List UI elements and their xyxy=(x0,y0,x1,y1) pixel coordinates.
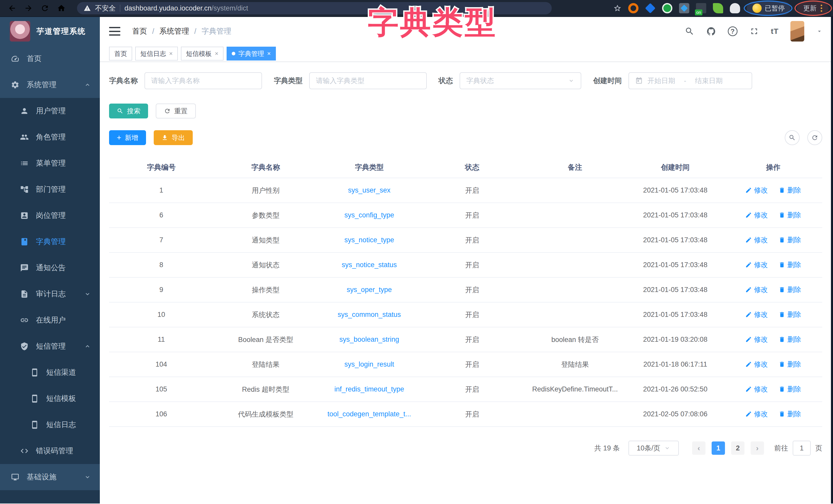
dict-type-link[interactable]: tool_codegen_template_t... xyxy=(328,410,411,418)
add-button[interactable]: + 新增 xyxy=(109,130,146,145)
fullscreen-icon[interactable] xyxy=(749,26,759,36)
sidebar-logo[interactable]: 芋道管理系统 xyxy=(0,17,100,46)
edit-link[interactable]: 修改 xyxy=(745,285,768,294)
edit-link[interactable]: 修改 xyxy=(745,310,768,319)
extension-icon-bars[interactable]: on xyxy=(696,3,706,13)
tab[interactable]: 首页 xyxy=(109,47,132,60)
breadcrumb-system[interactable]: 系统管理 xyxy=(159,26,189,36)
sidebar-item[interactable]: 首页 xyxy=(0,46,100,72)
dict-type-link[interactable]: sys_boolean_string xyxy=(339,335,399,343)
delete-link[interactable]: 删除 xyxy=(779,335,801,344)
sidebar-item[interactable]: 短信渠道 xyxy=(0,359,100,385)
delete-link[interactable]: 删除 xyxy=(779,185,801,195)
reset-button[interactable]: 重置 xyxy=(156,104,196,119)
dict-type-link[interactable]: inf_redis_timeout_type xyxy=(334,385,404,393)
dict-type-link[interactable]: sys_notice_status xyxy=(342,261,397,269)
sidebar-item[interactable]: 角色管理 xyxy=(0,124,100,150)
extension-icon-leaf[interactable] xyxy=(713,3,723,13)
sidebar-item[interactable]: 短信管理 xyxy=(0,333,100,359)
sidebar-item[interactable]: 用户管理 xyxy=(0,98,100,124)
dict-type-link[interactable]: sys_user_sex xyxy=(348,186,390,194)
page-size-select[interactable]: 10条/页 xyxy=(628,441,679,456)
github-icon[interactable] xyxy=(706,26,716,36)
sidebar-item[interactable]: 错误码管理 xyxy=(0,438,100,464)
home-icon[interactable] xyxy=(57,4,66,12)
dict-type-input[interactable] xyxy=(316,77,420,85)
tab[interactable]: 短信日志 × xyxy=(135,47,178,60)
edit-link[interactable]: 修改 xyxy=(745,409,768,419)
sidebar-item[interactable]: 在线用户 xyxy=(0,307,100,333)
address-bar[interactable]: 不安全 dashboard.yudao.iocoder.cn/system/di… xyxy=(77,2,552,14)
delete-link[interactable]: 删除 xyxy=(779,360,801,369)
edit-link[interactable]: 修改 xyxy=(745,384,768,394)
delete-link[interactable]: 删除 xyxy=(779,235,801,245)
edit-link[interactable]: 修改 xyxy=(745,210,768,220)
page-button-1[interactable]: 1 xyxy=(712,442,725,455)
dict-type-link[interactable]: sys_config_type xyxy=(344,211,394,219)
prev-page-button[interactable]: ‹ xyxy=(692,442,706,455)
sidebar-item[interactable]: 菜单管理 xyxy=(0,150,100,176)
next-page-button[interactable]: › xyxy=(751,442,764,455)
extension-icon-tag[interactable] xyxy=(679,3,689,13)
date-range-picker[interactable]: 开始日期 - 结束日期 xyxy=(628,72,752,89)
sidebar-item[interactable]: 短信日志 xyxy=(0,412,100,438)
show-search-toggle-button[interactable] xyxy=(785,130,800,145)
edit-link[interactable]: 修改 xyxy=(745,235,768,245)
extension-icon-gem[interactable] xyxy=(645,3,656,14)
dict-type-link[interactable]: sys_notice_type xyxy=(344,236,394,244)
search-icon[interactable] xyxy=(685,26,694,36)
table-row: 6 参数类型 sys_config_type 开启 2021-01-05 17:… xyxy=(109,203,822,228)
dict-name-input[interactable] xyxy=(151,77,255,85)
search-button[interactable]: 搜索 xyxy=(109,104,148,119)
delete-link[interactable]: 删除 xyxy=(779,409,801,419)
sidebar-item[interactable]: 基础设施 xyxy=(0,464,100,490)
tab[interactable]: 短信模板 × xyxy=(181,47,223,60)
paused-extension-badge[interactable]: 已暂停 xyxy=(747,2,790,15)
chevron-down-icon[interactable] xyxy=(816,28,823,34)
sidebar-item[interactable]: 短信模板 xyxy=(0,385,100,412)
forward-icon[interactable] xyxy=(24,4,33,12)
delete-link[interactable]: 删除 xyxy=(779,285,801,294)
status-select[interactable]: 字典状态 xyxy=(460,72,581,89)
sidebar-item[interactable]: 系统管理 xyxy=(0,72,100,98)
dict-type-link[interactable]: sys_common_status xyxy=(338,311,401,319)
collapse-sidebar-icon[interactable] xyxy=(109,27,120,35)
close-icon[interactable]: × xyxy=(169,50,173,57)
sidebar-item[interactable]: 审计日志 xyxy=(0,281,100,307)
delete-link[interactable]: 删除 xyxy=(779,384,801,394)
extension-icon-green[interactable] xyxy=(662,3,672,13)
font-size-icon[interactable]: tT xyxy=(771,27,779,35)
sidebar-item[interactable]: 岗位管理 xyxy=(0,203,100,229)
dict-type-link[interactable]: sys_login_result xyxy=(344,360,394,368)
goto-page-input[interactable] xyxy=(793,441,811,456)
dict-type-link[interactable]: sys_oper_type xyxy=(347,286,392,294)
close-icon[interactable]: × xyxy=(267,50,271,57)
edit-link[interactable]: 修改 xyxy=(745,260,768,270)
refresh-table-button[interactable] xyxy=(807,130,822,145)
export-button[interactable]: 导出 xyxy=(154,130,193,145)
delete-link[interactable]: 删除 xyxy=(779,310,801,319)
user-avatar[interactable] xyxy=(790,21,804,42)
breadcrumb-home[interactable]: 首页 xyxy=(132,26,147,36)
sidebar-item[interactable]: 字典管理 xyxy=(0,229,100,255)
delete-link[interactable]: 删除 xyxy=(779,260,801,270)
close-icon[interactable]: × xyxy=(215,50,218,57)
back-icon[interactable] xyxy=(8,4,17,12)
extensions-puzzle-icon[interactable] xyxy=(730,3,740,13)
help-icon[interactable]: ? xyxy=(728,26,738,36)
extension-icon-orange[interactable] xyxy=(628,3,639,13)
chrome-update-button[interactable]: 更新 xyxy=(797,2,828,15)
bookmark-star-icon[interactable] xyxy=(613,4,622,12)
edit-link[interactable]: 修改 xyxy=(745,185,768,195)
browser-menu-icon[interactable] xyxy=(821,5,822,12)
reload-icon[interactable] xyxy=(41,4,49,12)
page-buttons: 12 xyxy=(709,442,747,455)
tab[interactable]: 字典管理 × xyxy=(227,47,276,60)
edit-link[interactable]: 修改 xyxy=(745,335,768,344)
tab-label: 首页 xyxy=(114,49,127,58)
sidebar-item[interactable]: 通知公告 xyxy=(0,255,100,281)
page-button-2[interactable]: 2 xyxy=(731,442,744,455)
delete-link[interactable]: 删除 xyxy=(779,210,801,220)
sidebar-item[interactable]: 部门管理 xyxy=(0,176,100,203)
edit-link[interactable]: 修改 xyxy=(745,360,768,369)
